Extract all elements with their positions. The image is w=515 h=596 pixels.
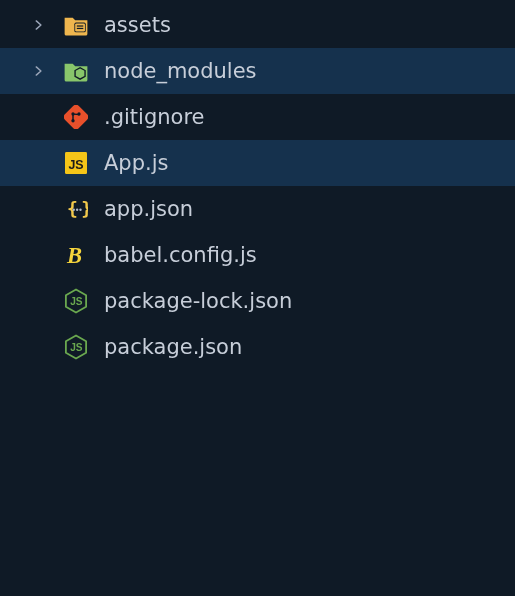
- file-label: App.js: [104, 151, 168, 175]
- svg-rect-10: [72, 114, 74, 121]
- file-row-app-js[interactable]: JS App.js: [0, 140, 515, 186]
- nodejs-icon: JS: [62, 287, 90, 315]
- nodejs-icon: JS: [62, 333, 90, 361]
- svg-rect-2: [77, 25, 84, 26]
- svg-point-17: [76, 209, 78, 211]
- svg-point-18: [79, 209, 81, 211]
- folder-row-node-modules[interactable]: node_modules: [0, 48, 515, 94]
- file-row-app-json[interactable]: { } app.json: [0, 186, 515, 232]
- file-label: app.json: [104, 197, 193, 221]
- folder-label: node_modules: [104, 59, 257, 83]
- file-row-package[interactable]: JS package.json: [0, 324, 515, 370]
- svg-rect-1: [75, 23, 85, 31]
- file-label: package.json: [104, 335, 242, 359]
- folder-row-assets[interactable]: assets: [0, 2, 515, 48]
- file-row-gitignore[interactable]: .gitignore: [0, 94, 515, 140]
- folder-node-icon: [62, 57, 90, 85]
- babel-icon: B: [62, 241, 90, 269]
- git-icon: [62, 103, 90, 131]
- file-label: .gitignore: [104, 105, 205, 129]
- file-explorer[interactable]: assets node_modules .: [0, 2, 515, 370]
- file-row-babel-config[interactable]: B babel.config.js: [0, 232, 515, 278]
- json-icon: { }: [62, 195, 90, 223]
- svg-text:}: }: [81, 198, 88, 219]
- folder-assets-icon: [62, 11, 90, 39]
- svg-text:JS: JS: [68, 158, 83, 172]
- js-icon: JS: [62, 149, 90, 177]
- file-label: package-lock.json: [104, 289, 292, 313]
- file-row-package-lock[interactable]: JS package-lock.json: [0, 278, 515, 324]
- chevron-right-icon: [28, 61, 48, 81]
- file-label: babel.config.js: [104, 243, 257, 267]
- svg-text:{: {: [67, 198, 78, 219]
- svg-text:JS: JS: [70, 342, 83, 353]
- svg-point-16: [73, 209, 75, 211]
- svg-text:JS: JS: [70, 296, 83, 307]
- svg-text:B: B: [66, 243, 82, 268]
- svg-rect-3: [77, 28, 84, 29]
- folder-label: assets: [104, 13, 171, 37]
- svg-rect-6: [64, 105, 88, 129]
- chevron-right-icon: [28, 15, 48, 35]
